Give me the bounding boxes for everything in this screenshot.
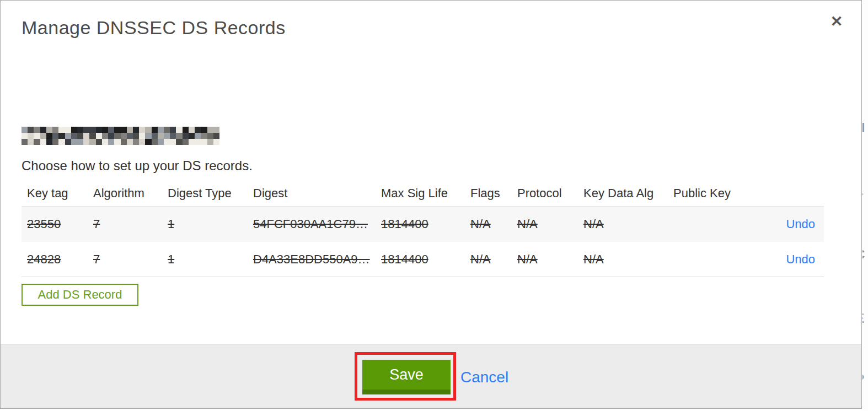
table-cell: 54FCF030AA1C79… <box>248 217 376 231</box>
dnssec-ds-records-modal: Manage DNSSEC DS Records ✕ Choose how to… <box>0 0 862 409</box>
undo-link[interactable]: Undo <box>786 217 815 231</box>
background-text-fragment: E <box>862 311 868 326</box>
table-cell: 7 <box>88 217 162 231</box>
background-text-fragment: P <box>862 371 868 387</box>
background-text-fragment: C <box>862 247 868 262</box>
column-header-public-key: Public Key <box>668 186 745 201</box>
table-header-row: Key tagAlgorithmDigest TypeDigestMax Sig… <box>22 180 824 207</box>
column-header-key-tag: Key tag <box>22 186 88 201</box>
column-header-digest-type: Digest Type <box>162 186 248 201</box>
table-cell: 1 <box>162 217 248 231</box>
column-header-flags: Flags <box>465 186 512 201</box>
table-cell: 24828 <box>22 252 88 267</box>
column-header-max-sig-life: Max Sig Life <box>376 186 465 201</box>
column-header-protocol: Protocol <box>512 186 578 201</box>
instruction-text: Choose how to set up your DS records. <box>22 158 253 174</box>
table-cell: N/A <box>578 252 668 267</box>
table-row: 235507154FCF030AA1C79…1814400N/AN/AN/AUn… <box>22 207 824 242</box>
table-cell: N/A <box>512 217 578 231</box>
table-cell: N/A <box>578 217 668 231</box>
background-text-fragment: L <box>862 183 868 198</box>
ds-records-table: Key tagAlgorithmDigest TypeDigestMax Sig… <box>22 180 824 277</box>
redacted-domain-name <box>22 127 219 145</box>
modal-footer: Save Cancel <box>1 344 861 408</box>
background-text-fragment: N <box>862 120 868 136</box>
save-button[interactable]: Save <box>362 360 451 394</box>
table-cell: 7 <box>88 252 162 267</box>
page-title: Manage DNSSEC DS Records <box>22 17 286 39</box>
cancel-link[interactable]: Cancel <box>460 369 508 386</box>
table-cell: 1 <box>162 252 248 267</box>
add-ds-record-button[interactable]: Add DS Record <box>22 284 138 306</box>
table-cell: 1814400 <box>376 217 465 231</box>
table-cell: N/A <box>512 252 578 267</box>
background-text-fragment: o <box>862 212 868 224</box>
background-text-fragment: o <box>862 274 868 287</box>
table-cell: N/A <box>465 252 512 267</box>
column-header-key-data-alg: Key Data Alg <box>578 186 668 201</box>
table-cell: N/A <box>465 217 512 231</box>
column-header-digest: Digest <box>248 186 376 201</box>
background-text-fragment: s <box>862 53 868 68</box>
background-text-fragment: o <box>862 338 868 351</box>
table-body: 235507154FCF030AA1C79…1814400N/AN/AN/AUn… <box>22 207 824 277</box>
table-cell: 23550 <box>22 217 88 231</box>
background-text-fragment: o <box>862 148 868 160</box>
background-text-fragment: o <box>862 82 868 94</box>
undo-link[interactable]: Undo <box>786 252 815 266</box>
screen: soNoLoCoEoP Manage DNSSEC DS Records ✕ C… <box>0 0 868 411</box>
column-header-algorithm: Algorithm <box>88 186 162 201</box>
table-cell: 1814400 <box>376 252 465 267</box>
background-page-sliver: soNoLoCoEoP <box>862 0 868 411</box>
table-cell: D4A33E8DD550A9… <box>248 252 376 267</box>
close-icon[interactable]: ✕ <box>827 12 846 31</box>
table-row: 2482871D4A33E8DD550A9…1814400N/AN/AN/AUn… <box>22 242 824 277</box>
